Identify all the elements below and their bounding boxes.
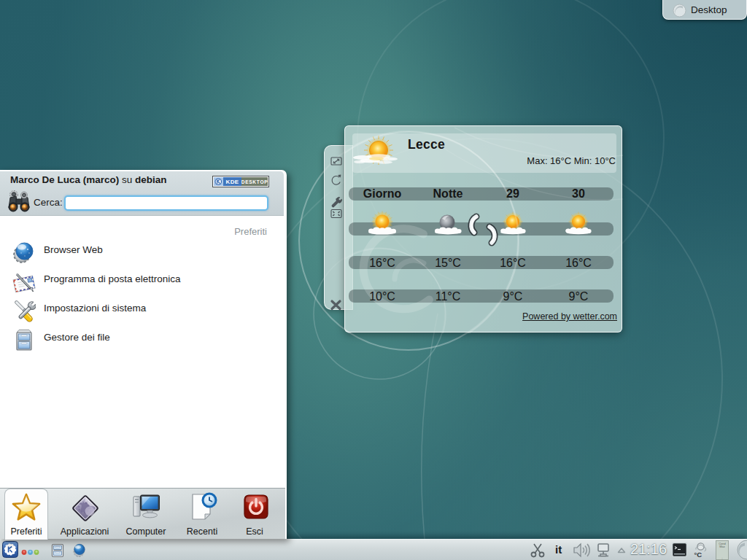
svg-text:KDE: KDE (225, 179, 239, 185)
svg-text:°C: °C (694, 551, 703, 559)
svg-text:DESKTOP: DESKTOP (241, 179, 268, 184)
